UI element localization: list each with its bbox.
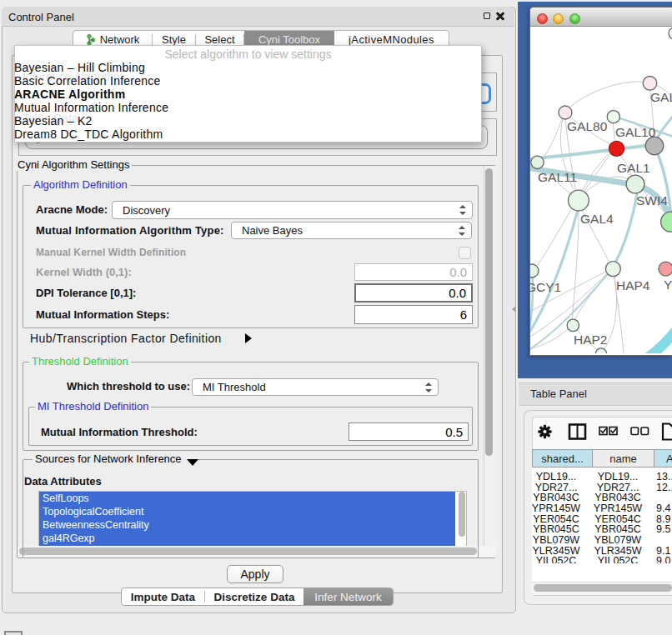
svg-text:GAL11: GAL11 bbox=[538, 170, 577, 184]
svg-text:GAL4: GAL4 bbox=[580, 212, 614, 226]
svg-text:GCY1: GCY1 bbox=[530, 280, 561, 294]
svg-text:HAP2: HAP2 bbox=[574, 332, 608, 347]
svg-text:GAL1: GAL1 bbox=[617, 161, 650, 175]
svg-text:Y: Y bbox=[664, 278, 672, 292]
svg-text:SWI4: SWI4 bbox=[636, 193, 668, 208]
svg-text:HAP4: HAP4 bbox=[616, 278, 650, 292]
svg-text:GAL10: GAL10 bbox=[615, 125, 656, 139]
svg-text:GAL80: GAL80 bbox=[567, 119, 608, 133]
svg-text:GAL: GAL bbox=[650, 90, 672, 104]
